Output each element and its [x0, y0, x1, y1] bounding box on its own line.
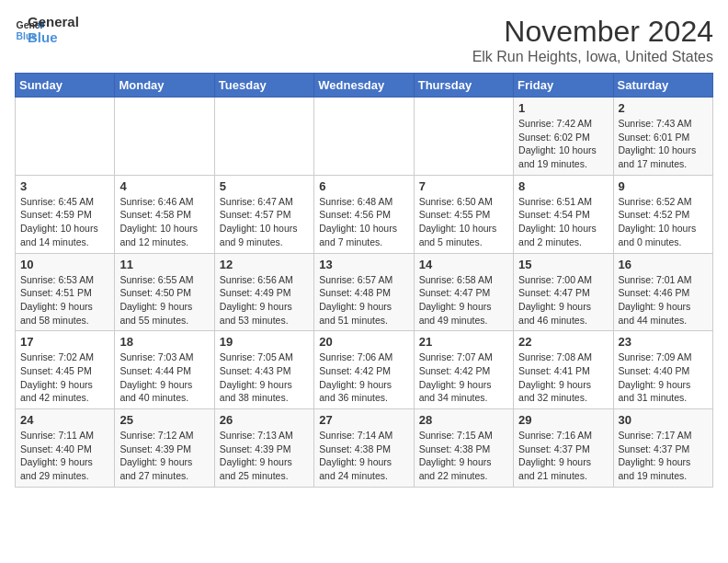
day-number: 6 — [319, 179, 408, 193]
day-info: Sunrise: 7:13 AM Sunset: 4:39 PM Dayligh… — [220, 429, 309, 483]
day-number: 17 — [20, 335, 109, 349]
day-number: 16 — [619, 258, 708, 271]
day-info: Sunrise: 7:43 AM Sunset: 6:01 PM Dayligh… — [619, 117, 708, 171]
day-number: 2 — [619, 101, 708, 115]
day-info: Sunrise: 6:52 AM Sunset: 4:52 PM Dayligh… — [619, 195, 708, 249]
calendar-subtitle: Elk Run Heights, Iowa, United States — [472, 49, 713, 65]
day-number: 24 — [20, 413, 109, 427]
logo: General Blue General Blue — [15, 15, 79, 45]
day-number: 29 — [518, 413, 608, 427]
calendar-cell: 16Sunrise: 7:01 AM Sunset: 4:46 PM Dayli… — [613, 253, 712, 331]
day-number: 22 — [518, 335, 608, 349]
calendar-cell: 19Sunrise: 7:05 AM Sunset: 4:43 PM Dayli… — [214, 331, 313, 409]
day-number: 3 — [20, 179, 109, 193]
calendar-cell: 21Sunrise: 7:07 AM Sunset: 4:42 PM Dayli… — [414, 331, 513, 409]
calendar-cell: 10Sunrise: 6:53 AM Sunset: 4:51 PM Dayli… — [16, 253, 115, 331]
header-day-sunday: Sunday — [16, 74, 115, 98]
day-info: Sunrise: 7:00 AM Sunset: 4:47 PM Dayligh… — [518, 273, 608, 327]
calendar-cell: 28Sunrise: 7:15 AM Sunset: 4:38 PM Dayli… — [414, 409, 513, 488]
day-number: 19 — [220, 335, 309, 349]
day-number: 13 — [319, 258, 408, 271]
day-number: 28 — [419, 413, 508, 427]
calendar-cell — [16, 98, 115, 176]
calendar-cell: 9Sunrise: 6:52 AM Sunset: 4:52 PM Daylig… — [613, 175, 712, 253]
day-number: 25 — [119, 413, 209, 427]
header-day-wednesday: Wednesday — [314, 74, 414, 98]
calendar-cell: 25Sunrise: 7:12 AM Sunset: 4:39 PM Dayli… — [115, 409, 214, 488]
week-row-1: 1Sunrise: 7:42 AM Sunset: 6:02 PM Daylig… — [16, 98, 713, 176]
header-day-thursday: Thursday — [414, 74, 513, 98]
day-number: 26 — [220, 413, 309, 427]
day-info: Sunrise: 7:05 AM Sunset: 4:43 PM Dayligh… — [220, 350, 309, 405]
day-number: 1 — [518, 101, 608, 115]
day-number: 4 — [119, 179, 209, 193]
week-row-3: 10Sunrise: 6:53 AM Sunset: 4:51 PM Dayli… — [16, 253, 713, 331]
calendar-cell — [414, 98, 513, 176]
day-number: 15 — [518, 258, 608, 271]
header-row: SundayMondayTuesdayWednesdayThursdayFrid… — [16, 74, 713, 98]
day-number: 5 — [220, 179, 309, 193]
calendar-cell: 23Sunrise: 7:09 AM Sunset: 4:40 PM Dayli… — [613, 331, 712, 409]
header-day-tuesday: Tuesday — [214, 74, 313, 98]
day-info: Sunrise: 6:56 AM Sunset: 4:49 PM Dayligh… — [220, 273, 309, 327]
header-day-monday: Monday — [115, 74, 214, 98]
week-row-5: 24Sunrise: 7:11 AM Sunset: 4:40 PM Dayli… — [16, 409, 713, 488]
calendar-cell: 27Sunrise: 7:14 AM Sunset: 4:38 PM Dayli… — [314, 409, 414, 488]
day-info: Sunrise: 7:06 AM Sunset: 4:42 PM Dayligh… — [319, 350, 408, 405]
day-number: 10 — [20, 258, 109, 271]
calendar-body: 1Sunrise: 7:42 AM Sunset: 6:02 PM Daylig… — [16, 98, 713, 488]
day-info: Sunrise: 6:55 AM Sunset: 4:50 PM Dayligh… — [119, 273, 209, 327]
day-number: 7 — [419, 179, 508, 193]
title-section: November 2024 Elk Run Heights, Iowa, Uni… — [472, 15, 713, 65]
header-day-friday: Friday — [514, 74, 613, 98]
day-number: 20 — [319, 335, 408, 349]
week-row-4: 17Sunrise: 7:02 AM Sunset: 4:45 PM Dayli… — [16, 331, 713, 409]
day-info: Sunrise: 7:12 AM Sunset: 4:39 PM Dayligh… — [119, 429, 209, 483]
calendar-cell: 30Sunrise: 7:17 AM Sunset: 4:37 PM Dayli… — [613, 409, 712, 488]
day-info: Sunrise: 7:14 AM Sunset: 4:38 PM Dayligh… — [319, 429, 408, 483]
logo-line2: Blue — [28, 30, 79, 46]
day-info: Sunrise: 6:45 AM Sunset: 4:59 PM Dayligh… — [20, 195, 109, 249]
calendar-cell — [115, 98, 214, 176]
calendar-cell: 14Sunrise: 6:58 AM Sunset: 4:47 PM Dayli… — [414, 253, 513, 331]
calendar-cell: 7Sunrise: 6:50 AM Sunset: 4:55 PM Daylig… — [414, 175, 513, 253]
day-info: Sunrise: 6:51 AM Sunset: 4:54 PM Dayligh… — [518, 195, 608, 249]
calendar-cell: 3Sunrise: 6:45 AM Sunset: 4:59 PM Daylig… — [16, 175, 115, 253]
day-number: 27 — [319, 413, 408, 427]
week-row-2: 3Sunrise: 6:45 AM Sunset: 4:59 PM Daylig… — [16, 175, 713, 253]
day-info: Sunrise: 7:09 AM Sunset: 4:40 PM Dayligh… — [619, 350, 708, 405]
calendar-table: SundayMondayTuesdayWednesdayThursdayFrid… — [15, 73, 713, 488]
day-number: 23 — [619, 335, 708, 349]
calendar-cell — [314, 98, 414, 176]
day-info: Sunrise: 7:15 AM Sunset: 4:38 PM Dayligh… — [419, 429, 508, 483]
calendar-cell: 20Sunrise: 7:06 AM Sunset: 4:42 PM Dayli… — [314, 331, 414, 409]
calendar-cell: 15Sunrise: 7:00 AM Sunset: 4:47 PM Dayli… — [514, 253, 613, 331]
day-info: Sunrise: 7:11 AM Sunset: 4:40 PM Dayligh… — [20, 429, 109, 483]
calendar-cell: 12Sunrise: 6:56 AM Sunset: 4:49 PM Dayli… — [214, 253, 313, 331]
day-info: Sunrise: 6:47 AM Sunset: 4:57 PM Dayligh… — [220, 195, 309, 249]
logo-line1: General — [28, 15, 79, 30]
calendar-cell: 29Sunrise: 7:16 AM Sunset: 4:37 PM Dayli… — [514, 409, 613, 488]
day-info: Sunrise: 7:03 AM Sunset: 4:44 PM Dayligh… — [119, 350, 209, 405]
calendar-cell: 18Sunrise: 7:03 AM Sunset: 4:44 PM Dayli… — [115, 331, 214, 409]
calendar-cell: 17Sunrise: 7:02 AM Sunset: 4:45 PM Dayli… — [16, 331, 115, 409]
header-day-saturday: Saturday — [613, 74, 712, 98]
day-info: Sunrise: 7:02 AM Sunset: 4:45 PM Dayligh… — [20, 350, 109, 405]
day-info: Sunrise: 6:50 AM Sunset: 4:55 PM Dayligh… — [419, 195, 508, 249]
calendar-cell: 5Sunrise: 6:47 AM Sunset: 4:57 PM Daylig… — [214, 175, 313, 253]
day-info: Sunrise: 7:42 AM Sunset: 6:02 PM Dayligh… — [518, 117, 608, 171]
calendar-cell: 1Sunrise: 7:42 AM Sunset: 6:02 PM Daylig… — [514, 98, 613, 176]
day-info: Sunrise: 7:16 AM Sunset: 4:37 PM Dayligh… — [518, 429, 608, 483]
calendar-cell — [214, 98, 313, 176]
header: General Blue General Blue November 2024 … — [15, 15, 713, 65]
day-info: Sunrise: 7:17 AM Sunset: 4:37 PM Dayligh… — [619, 429, 708, 483]
calendar-cell: 22Sunrise: 7:08 AM Sunset: 4:41 PM Dayli… — [514, 331, 613, 409]
calendar-header: SundayMondayTuesdayWednesdayThursdayFrid… — [16, 74, 713, 98]
calendar-cell: 11Sunrise: 6:55 AM Sunset: 4:50 PM Dayli… — [115, 253, 214, 331]
calendar-cell: 8Sunrise: 6:51 AM Sunset: 4:54 PM Daylig… — [514, 175, 613, 253]
calendar-cell: 2Sunrise: 7:43 AM Sunset: 6:01 PM Daylig… — [613, 98, 712, 176]
day-number: 11 — [119, 258, 209, 271]
calendar-cell: 4Sunrise: 6:46 AM Sunset: 4:58 PM Daylig… — [115, 175, 214, 253]
day-number: 12 — [220, 258, 309, 271]
day-number: 14 — [419, 258, 508, 271]
